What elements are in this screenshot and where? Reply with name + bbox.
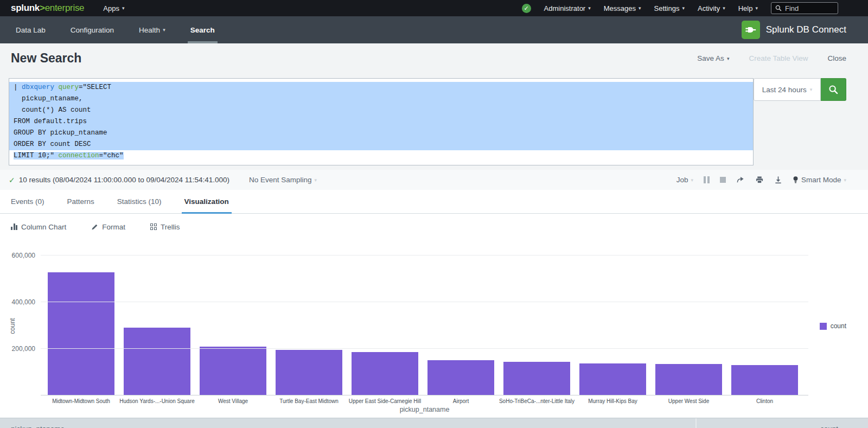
stop-icon[interactable] bbox=[720, 177, 726, 183]
success-check-icon: ✓ bbox=[9, 176, 15, 184]
column-header-count[interactable]: count bbox=[695, 418, 868, 428]
y-axis-tick-label: 600,000 bbox=[0, 252, 35, 259]
bar-SoHo-TriBeCa-...nter-Little Italy[interactable] bbox=[503, 362, 570, 395]
bar-Midtown-Midtown South[interactable] bbox=[48, 272, 114, 395]
user-status-icon: ✓ bbox=[522, 4, 531, 13]
help-menu-label: Help bbox=[738, 4, 753, 12]
administrator-menu[interactable]: Administrator ▾ bbox=[544, 4, 591, 12]
x-axis-category-label: Turtle Bay-East Midtown bbox=[276, 398, 342, 404]
chevron-down-icon: ▾ bbox=[755, 5, 758, 11]
event-sampling-menu[interactable]: No Event Sampling ▾ bbox=[249, 176, 317, 184]
x-axis-category-label: Hudson Yards-...-Union Square bbox=[124, 398, 190, 404]
results-summary: 10 results (08/04/2024 11:00:00.000 to 0… bbox=[19, 176, 229, 184]
bar-Upper West Side[interactable] bbox=[655, 364, 722, 395]
bar-West Village[interactable] bbox=[200, 347, 266, 395]
plug-icon bbox=[745, 24, 757, 36]
logo-product: enterprise bbox=[45, 3, 85, 14]
legend-swatch bbox=[820, 323, 827, 330]
search-query-input[interactable]: | dbxquery query="SELECT pickup_ntaname,… bbox=[9, 78, 754, 165]
nav-item-label: Search bbox=[190, 26, 215, 34]
bars-group bbox=[48, 272, 798, 395]
chevron-down-icon: ▾ bbox=[723, 5, 725, 11]
query-line: pickup_ntaname, bbox=[9, 93, 753, 105]
bar-Airport[interactable] bbox=[427, 360, 494, 395]
query-line: ORDER BY count DESC bbox=[9, 139, 753, 150]
close-button[interactable]: Close bbox=[827, 54, 846, 62]
gridline bbox=[41, 302, 808, 302]
settings-menu[interactable]: Settings ▾ bbox=[654, 4, 685, 12]
time-range-picker[interactable]: Last 24 hours ▾ bbox=[754, 78, 821, 101]
help-menu[interactable]: Help ▾ bbox=[738, 4, 758, 12]
run-search-button[interactable] bbox=[821, 78, 846, 101]
plot-area: 200,000400,000600,000 bbox=[41, 248, 808, 395]
x-axis-line bbox=[41, 395, 808, 395]
chart-type-picker[interactable]: Column Chart bbox=[11, 223, 66, 231]
gridline bbox=[41, 348, 808, 349]
tab-label: Events (0) bbox=[11, 197, 44, 206]
find-input[interactable] bbox=[785, 4, 828, 12]
chevron-down-icon: ▾ bbox=[122, 5, 125, 11]
x-axis-category-label: Clinton bbox=[731, 398, 798, 404]
column-header-pickup-ntaname[interactable]: pickup_ntaname bbox=[0, 418, 695, 428]
tab-label: Visualization bbox=[184, 197, 229, 206]
y-axis-tick-label: 200,000 bbox=[0, 345, 35, 353]
tab-visualization[interactable]: Visualization bbox=[173, 190, 240, 213]
job-menu[interactable]: Job ▾ bbox=[676, 176, 693, 184]
query-line: | dbxquery query="SELECT bbox=[9, 82, 753, 93]
download-icon[interactable] bbox=[774, 176, 782, 184]
activity-menu-label: Activity bbox=[698, 4, 720, 12]
search-icon bbox=[775, 5, 782, 11]
apps-menu[interactable]: Apps ▾ bbox=[103, 4, 124, 12]
smart-mode-menu[interactable]: Smart Mode ▾ bbox=[793, 176, 846, 184]
save-as-button[interactable]: Save As ▾ bbox=[697, 54, 729, 62]
bar-Clinton[interactable] bbox=[731, 365, 798, 395]
chart-legend[interactable]: count bbox=[820, 322, 846, 330]
x-axis-category-label: West Village bbox=[200, 398, 266, 404]
format-button[interactable]: Format bbox=[91, 223, 125, 231]
activity-menu[interactable]: Activity ▾ bbox=[698, 4, 725, 12]
tab-label: Patterns bbox=[67, 197, 94, 206]
bar-Upper East Side-Carnegie Hill[interactable] bbox=[352, 352, 418, 395]
y-axis-tick-label: 400,000 bbox=[0, 298, 35, 306]
nav-item-configuration[interactable]: Configuration bbox=[58, 16, 126, 43]
nav-item-health[interactable]: Health ▾ bbox=[126, 16, 178, 43]
x-axis-category-label: Upper West Side bbox=[655, 398, 722, 404]
bar-Hudson Yards-...-Union Square[interactable] bbox=[124, 328, 190, 395]
y-axis-title: count bbox=[9, 318, 16, 334]
print-icon[interactable] bbox=[755, 176, 764, 184]
job-status-bar: ✓ 10 results (08/04/2024 11:00:00.000 to… bbox=[0, 170, 868, 190]
nav-item-data-lab[interactable]: Data Lab bbox=[3, 16, 58, 43]
tab-events[interactable]: Events (0) bbox=[0, 190, 56, 213]
bar-Turtle Bay-East Midtown[interactable] bbox=[276, 350, 342, 395]
nav-item-label: Data Lab bbox=[16, 26, 46, 34]
find-search-box[interactable] bbox=[771, 2, 838, 14]
tab-patterns[interactable]: Patterns bbox=[56, 190, 106, 213]
format-label: Format bbox=[102, 223, 125, 231]
db-connect-logo bbox=[742, 21, 760, 39]
chevron-down-icon: ▾ bbox=[315, 177, 317, 183]
results-tabs: Events (0) Patterns Statistics (10) Visu… bbox=[0, 190, 868, 214]
chart-type-label: Column Chart bbox=[21, 223, 66, 231]
x-axis-category-label: SoHo-TriBeCa-...nter-Little Italy bbox=[503, 398, 570, 404]
x-axis-category-label: Upper East Side-Carnegie Hill bbox=[352, 398, 418, 404]
chevron-down-icon: ▾ bbox=[163, 27, 165, 33]
visualization-toolbar: Column Chart Format Trellis bbox=[0, 214, 868, 240]
gridline bbox=[41, 255, 808, 255]
pause-icon[interactable] bbox=[704, 176, 710, 183]
chevron-down-icon: ▾ bbox=[691, 177, 693, 183]
nav-item-search[interactable]: Search bbox=[178, 16, 227, 43]
apps-menu-label: Apps bbox=[103, 4, 119, 12]
page-title: New Search bbox=[11, 51, 81, 66]
statistics-table-header: pickup_ntaname count bbox=[0, 418, 868, 428]
settings-menu-label: Settings bbox=[654, 4, 680, 12]
tab-statistics[interactable]: Statistics (10) bbox=[106, 190, 173, 213]
x-axis-title: pickup_ntaname bbox=[41, 406, 808, 413]
messages-menu[interactable]: Messages ▾ bbox=[604, 4, 641, 12]
event-sampling-label: No Event Sampling bbox=[249, 176, 312, 184]
x-axis-category-labels: Midtown-Midtown SouthHudson Yards-...-Un… bbox=[48, 398, 798, 404]
trellis-button[interactable]: Trellis bbox=[150, 223, 180, 231]
chevron-down-icon: ▾ bbox=[588, 5, 591, 11]
bar-Murray Hill-Kips Bay[interactable] bbox=[579, 363, 646, 395]
administrator-menu-label: Administrator bbox=[544, 4, 586, 12]
share-icon[interactable] bbox=[736, 176, 745, 184]
